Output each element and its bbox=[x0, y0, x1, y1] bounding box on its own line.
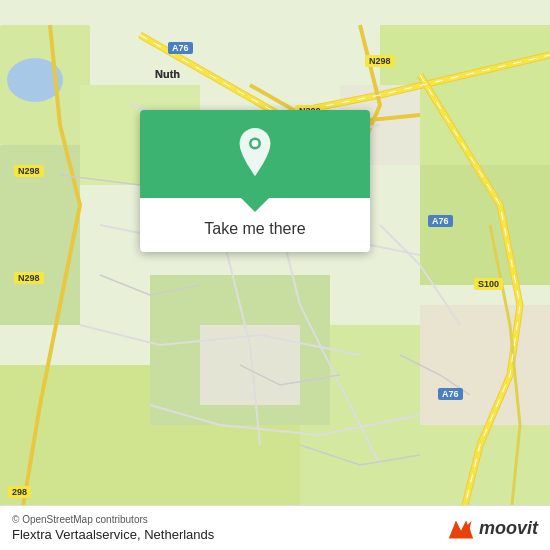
road-label-n298-mid: N298 bbox=[14, 272, 44, 284]
moovit-text: moovit bbox=[479, 518, 538, 539]
place-full-name: Flextra Vertaalservice, Netherlands bbox=[12, 527, 214, 542]
road-label-n298-top: N298 bbox=[365, 55, 395, 67]
svg-rect-11 bbox=[420, 305, 550, 425]
bottom-bar: © OpenStreetMap contributors Flextra Ver… bbox=[0, 505, 550, 550]
popup-green-header bbox=[140, 110, 370, 198]
map-container: A76 N298 N298 N298 N300 A76 S100 A76 298… bbox=[0, 0, 550, 550]
road-label-a76-bottom: A76 bbox=[438, 388, 463, 400]
road-label-s100: S100 bbox=[474, 278, 503, 290]
bottom-left-info: © OpenStreetMap contributors Flextra Ver… bbox=[12, 514, 214, 542]
road-label-298-bottom: 298 bbox=[8, 486, 31, 498]
road-label-n298-left: N298 bbox=[14, 165, 44, 177]
moovit-logo: moovit bbox=[447, 514, 538, 542]
location-pin-icon bbox=[231, 128, 279, 176]
road-label-a76-right: A76 bbox=[428, 215, 453, 227]
osm-attribution: © OpenStreetMap contributors bbox=[12, 514, 214, 525]
popup-card: Take me there bbox=[140, 110, 370, 252]
road-label-a76-top: A76 bbox=[168, 42, 193, 54]
moovit-icon bbox=[447, 514, 475, 542]
svg-point-14 bbox=[252, 140, 259, 147]
